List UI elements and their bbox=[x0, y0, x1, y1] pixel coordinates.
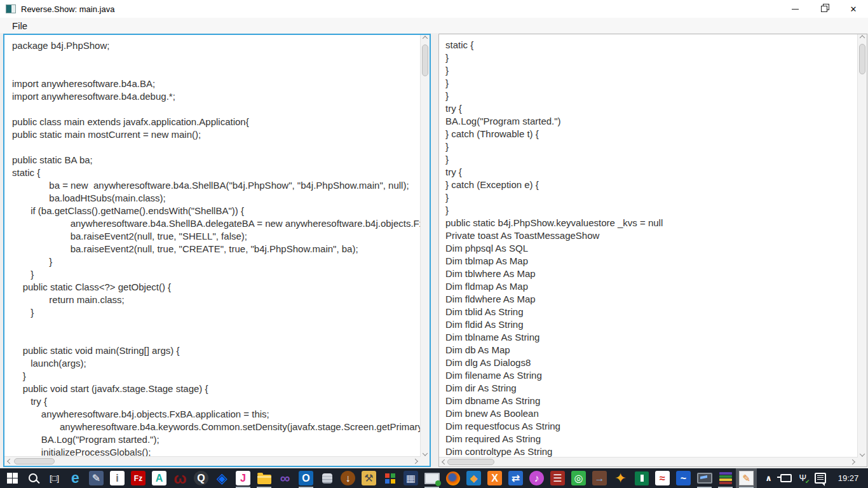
q-player-app-icon: Q bbox=[194, 471, 208, 485]
java-reverse-app[interactable] bbox=[736, 468, 757, 488]
task-view-button[interactable]: [□] bbox=[44, 468, 65, 488]
visual-studio[interactable]: ∞ bbox=[275, 468, 295, 488]
pixel-grid-app[interactable]: ▦ bbox=[400, 468, 421, 488]
scroll-down-arrow[interactable] bbox=[421, 448, 430, 457]
scroll-right-arrow[interactable] bbox=[849, 458, 858, 466]
code-line: Dim controltype As String bbox=[445, 445, 858, 458]
usb-tray-icon[interactable] bbox=[794, 468, 811, 488]
left-vertical-scrollbar[interactable] bbox=[420, 35, 430, 457]
database-app[interactable] bbox=[316, 468, 337, 488]
code-line: try { bbox=[12, 395, 421, 408]
code-line: } bbox=[445, 191, 858, 204]
code-line: Dim fldmap As Map bbox=[445, 280, 858, 293]
taskbar-clock[interactable]: 19:27 bbox=[829, 473, 868, 483]
monitor-chart-app[interactable] bbox=[694, 468, 715, 488]
taskbar-app-icons: [□]e✎iFzAωQ◈J∞O↓⚒▦◆X⇄♪☰◎→✦≈~ bbox=[0, 468, 757, 488]
omega-app[interactable]: ω bbox=[170, 468, 191, 488]
scroll-down-arrow[interactable] bbox=[858, 449, 867, 458]
q-player-app[interactable]: Q bbox=[191, 468, 212, 488]
red-swoosh-app[interactable]: ≈ bbox=[652, 468, 673, 488]
restore-icon bbox=[821, 6, 827, 12]
code-line: Dim bnew As Boolean bbox=[445, 407, 858, 420]
code-line bbox=[12, 52, 421, 65]
search-button[interactable] bbox=[23, 468, 44, 488]
winrar[interactable] bbox=[715, 468, 736, 488]
code-line: static { bbox=[12, 166, 421, 179]
close-button[interactable] bbox=[839, 0, 868, 18]
code-line: } bbox=[12, 306, 421, 319]
scroll-thumb[interactable] bbox=[14, 458, 55, 464]
code-line: public static Class<?> getObject() { bbox=[12, 281, 421, 294]
internet-explorer[interactable]: e bbox=[65, 468, 86, 488]
download-manager-app[interactable]: ↓ bbox=[337, 468, 358, 488]
orange-arrows-app[interactable]: ✦ bbox=[610, 468, 631, 488]
action-center-icon[interactable] bbox=[811, 468, 829, 488]
code-line: import anywheresoftware.b4a.BA; bbox=[12, 78, 421, 90]
menu-file[interactable]: File bbox=[0, 20, 27, 31]
scroll-left-arrow[interactable] bbox=[4, 457, 13, 466]
code-line: Dim tblwhere As Map bbox=[445, 268, 858, 280]
scroll-thumb[interactable] bbox=[859, 44, 865, 74]
code-line: ba.raiseEvent2(null, true, "CREATE", tru… bbox=[12, 243, 421, 255]
code-line: BA.Log("Program started."); bbox=[12, 433, 421, 446]
scroll-left-arrow[interactable] bbox=[439, 458, 448, 466]
image-editor-app[interactable]: ✎ bbox=[86, 468, 107, 488]
greenshot[interactable]: ◎ bbox=[568, 468, 589, 488]
code-line: Dim required As String bbox=[445, 433, 858, 445]
code-line: ba = new anywheresoftware.b4a.ShellBA("b… bbox=[12, 179, 421, 192]
xampp-icon: X bbox=[487, 471, 502, 485]
cash-register-app[interactable]: ☰ bbox=[547, 468, 568, 488]
publisher[interactable] bbox=[631, 468, 652, 488]
code-line: public static b4j.PhpShow.keyvaluestore … bbox=[445, 217, 858, 229]
sync-folder-app[interactable]: → bbox=[589, 468, 610, 488]
music-player-app[interactable]: ♪ bbox=[526, 468, 547, 488]
code-line: } bbox=[445, 90, 858, 102]
color-squares-app[interactable] bbox=[379, 468, 400, 488]
scroll-right-arrow[interactable] bbox=[412, 457, 421, 466]
scroll-thumb[interactable] bbox=[447, 459, 494, 465]
start-button[interactable] bbox=[2, 468, 23, 488]
code-line: Dim tblname As String bbox=[445, 331, 858, 344]
right-vertical-scrollbar[interactable] bbox=[857, 34, 867, 458]
image-editor-app-icon: ✎ bbox=[89, 471, 104, 485]
title-bar: Reverse.Show: main.java bbox=[0, 0, 868, 18]
code-line: anywheresoftware.b4a.keywords.Common.set… bbox=[12, 421, 421, 433]
letter-j-app-icon: J bbox=[236, 471, 250, 485]
diamond-app[interactable]: ◆ bbox=[463, 468, 484, 488]
code-line: BA.Log("Program started.") bbox=[445, 115, 858, 128]
code-line: ba.raiseEvent2(null, true, "SHELL", fals… bbox=[12, 230, 421, 243]
hidden-icons-chevron[interactable]: ∧ bbox=[760, 468, 777, 488]
download-manager-app-icon: ↓ bbox=[341, 471, 355, 485]
blue-bird-app[interactable]: ~ bbox=[673, 468, 694, 488]
letter-a-app[interactable]: A bbox=[149, 468, 170, 488]
firefox[interactable] bbox=[442, 468, 463, 488]
filezilla[interactable]: Fz bbox=[128, 468, 149, 488]
restore-button[interactable] bbox=[810, 0, 839, 18]
minimize-button[interactable] bbox=[780, 0, 810, 18]
pc-setup-app[interactable] bbox=[421, 468, 442, 488]
code-line: import anywheresoftware.b4a.debug.*; bbox=[12, 90, 421, 103]
winrar-icon bbox=[719, 472, 732, 484]
code-line: public class main extends javafx.applica… bbox=[12, 116, 421, 128]
dropbox[interactable]: ◈ bbox=[212, 468, 233, 488]
java-source-textarea[interactable]: package b4j.PhpShow;import anywheresoftw… bbox=[4, 35, 421, 457]
java-source-pane: package b4j.PhpShow;import anywheresoftw… bbox=[3, 34, 431, 467]
teamviewer[interactable]: ⇄ bbox=[505, 468, 526, 488]
code-line: } bbox=[445, 77, 858, 90]
scroll-up-arrow[interactable] bbox=[858, 34, 867, 43]
device-tray-icon[interactable] bbox=[777, 468, 794, 488]
xampp[interactable]: X bbox=[484, 468, 505, 488]
code-line: Dim phpsql As SQL bbox=[445, 242, 858, 255]
code-line: Dim tblmap As Map bbox=[445, 255, 858, 268]
letter-j-app[interactable]: J bbox=[233, 468, 254, 488]
scroll-thumb[interactable] bbox=[422, 44, 428, 76]
scroll-up-arrow[interactable] bbox=[421, 35, 430, 44]
info-viewer-app-icon: i bbox=[110, 471, 125, 485]
left-horizontal-scrollbar[interactable] bbox=[4, 456, 421, 466]
right-horizontal-scrollbar[interactable] bbox=[439, 457, 858, 466]
outlook[interactable]: O bbox=[295, 468, 316, 488]
file-explorer[interactable] bbox=[254, 468, 275, 488]
info-viewer-app[interactable]: i bbox=[107, 468, 128, 488]
build-tools-app[interactable]: ⚒ bbox=[358, 468, 379, 488]
b4x-output-textarea[interactable]: static {}}}}try {BA.Log("Program started… bbox=[439, 34, 858, 458]
